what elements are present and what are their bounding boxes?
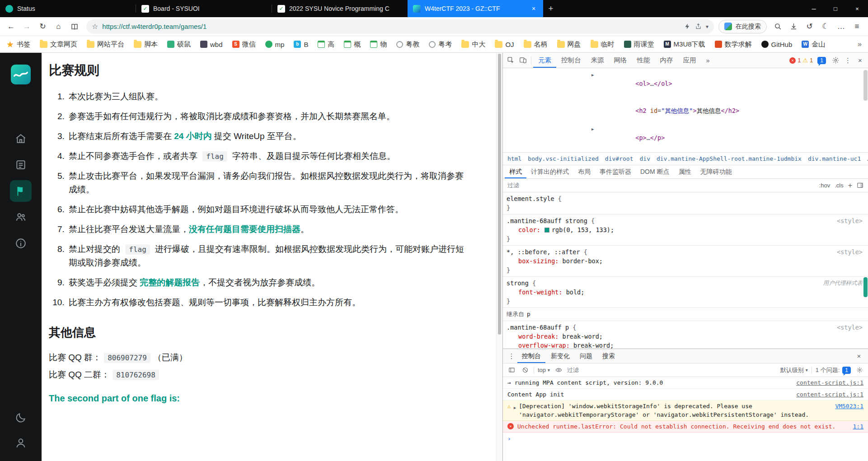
bookmark-item[interactable]: 粤考: [429, 40, 452, 49]
error-warning-counter[interactable]: × 1 ⚠ 1: [787, 57, 816, 64]
bookmark-item[interactable]: 物: [370, 40, 387, 49]
scrollbar-thumb[interactable]: [863, 70, 868, 101]
close-devtools-icon[interactable]: ×: [854, 54, 866, 66]
stylesheet-origin-link[interactable]: <style>: [837, 323, 863, 332]
live-expression-icon[interactable]: [554, 365, 563, 375]
favorite-star-icon[interactable]: ☆: [92, 22, 98, 31]
issues-tab[interactable]: 问题: [575, 349, 597, 363]
bookmark-item[interactable]: 概: [344, 40, 361, 49]
source-link[interactable]: content-script.js:1: [796, 378, 863, 387]
devtools-menu-icon[interactable]: ⋮: [842, 54, 854, 66]
styles-scrollbar[interactable]: [863, 192, 868, 349]
css-property[interactable]: color: rgb(0, 153, 133);: [507, 225, 864, 234]
tab-sysu-novice[interactable]: ✓ 2022 SYSU Novice Programming C: [272, 0, 408, 17]
inspect-element-icon[interactable]: [505, 54, 517, 66]
minimize-button[interactable]: ─: [803, 0, 825, 17]
bookmark-item[interactable]: 金山: [802, 40, 825, 49]
bookmark-item[interactable]: 网站平台: [87, 40, 124, 49]
expand-arrow-icon[interactable]: ▶: [591, 70, 594, 79]
share-icon[interactable]: [695, 23, 702, 30]
tab-properties[interactable]: 属性: [674, 165, 696, 178]
breadcrumb-item[interactable]: body.vsc-initialized: [528, 155, 599, 162]
tab-board-sysuoi[interactable]: ✓ Board - SYSUOI: [136, 0, 272, 17]
breadcrumb-item[interactable]: html: [507, 155, 521, 162]
tab-w4terctf[interactable]: W4terCTF 2023 - GZ::CTF ×: [408, 0, 543, 17]
bookmark-item[interactable]: 高: [318, 40, 334, 49]
new-tab-button[interactable]: +: [543, 0, 558, 17]
toggle-hover-state-button[interactable]: :hov: [819, 182, 830, 189]
tab-performance[interactable]: 性能: [632, 53, 655, 68]
tab-dom-breakpoints[interactable]: DOM 断点: [636, 165, 674, 178]
tab-status[interactable]: Status: [0, 0, 136, 17]
log-level-selector[interactable]: 默认级别▾: [780, 366, 808, 374]
dom-node-ol[interactable]: ▶<ol>…</ol>: [503, 70, 868, 97]
drawer-menu-icon[interactable]: ⋮: [507, 352, 516, 360]
bookmark-item[interactable]: 微信: [232, 40, 256, 49]
chevron-down-icon[interactable]: ▾: [706, 23, 708, 30]
whats-new-tab[interactable]: 新变化: [546, 349, 574, 363]
tab-event-listeners[interactable]: 事件监听器: [595, 165, 636, 178]
dom-node-h2[interactable]: <h2 id="其他信息">其他信息</h2>: [503, 97, 868, 124]
home-button[interactable]: ⌂: [51, 19, 66, 34]
styles-filter-input[interactable]: [507, 182, 815, 189]
bookmark-item[interactable]: 雨课堂: [624, 40, 654, 49]
issues-counter[interactable]: 1 个问题:1: [816, 366, 851, 374]
close-window-button[interactable]: ×: [846, 0, 868, 17]
source-link[interactable]: content-script.js:1: [796, 390, 863, 399]
bookmark-item[interactable]: 数学求解: [715, 40, 752, 49]
sidebar-item-about[interactable]: [10, 233, 32, 254]
bookmark-item[interactable]: mp: [265, 41, 285, 48]
stylesheet-origin-link[interactable]: <style>: [837, 216, 863, 225]
css-rule-strong-color[interactable]: <style> .mantine-68auff strong { color: …: [503, 214, 868, 246]
css-rule-user-agent-strong[interactable]: 用户代理样式表 strong { font-weight: bold; }: [503, 277, 868, 308]
address-bar[interactable]: ☆ ▾: [86, 19, 714, 34]
computed-panel-toggle-icon[interactable]: [857, 182, 863, 189]
source-link[interactable]: VM5023:1: [835, 402, 863, 410]
source-link[interactable]: 1:1: [853, 422, 863, 431]
elements-tree[interactable]: ▶<ol>…</ol> <h2 id="其他信息">其他信息</h2> ▶<p>…: [503, 68, 868, 152]
css-rule-element-style[interactable]: element.style { }: [503, 192, 868, 214]
inherited-element-link[interactable]: p: [527, 310, 530, 319]
messages-badge[interactable]: 1: [817, 57, 826, 64]
close-drawer-icon[interactable]: ×: [854, 352, 864, 360]
breadcrumb-item[interactable]: div.mantine-uc1: [808, 155, 861, 162]
scrollbar-thumb[interactable]: [498, 54, 501, 335]
page-scrollbar[interactable]: [496, 53, 502, 461]
history-button[interactable]: ↺: [802, 19, 817, 34]
tab-sources[interactable]: 来源: [586, 53, 609, 68]
css-rule-box-sizing[interactable]: <style> *, ::before, ::after { box-sizin…: [503, 246, 868, 277]
clear-console-icon[interactable]: [520, 365, 530, 375]
console-settings-icon[interactable]: [854, 365, 864, 375]
breadcrumb-item[interactable]: div: [639, 155, 650, 162]
stylesheet-origin-link[interactable]: <style>: [837, 247, 863, 256]
color-swatch[interactable]: [544, 228, 549, 233]
forward-button[interactable]: →: [19, 19, 34, 34]
expand-arrow-icon[interactable]: ▶: [591, 125, 594, 134]
sidebar-item-posts[interactable]: [10, 154, 32, 176]
css-rule-p-wordbreak[interactable]: <style> .mantine-68auff p { word-break: …: [503, 321, 868, 349]
menu-button[interactable]: ≡: [849, 19, 864, 34]
tab-accessibility[interactable]: 无障碍功能: [696, 165, 737, 178]
breadcrumb-item[interactable]: div.mantine-AppShell-root.mantine-1udmbi…: [657, 155, 802, 162]
refresh-button[interactable]: ↻: [35, 19, 50, 34]
search-tab[interactable]: 搜索: [598, 349, 619, 363]
theme-toggle-button[interactable]: [10, 407, 32, 428]
bookmarks-overflow-icon[interactable]: »: [858, 40, 862, 48]
dark-mode-button[interactable]: ☾: [818, 19, 833, 34]
tab-computed[interactable]: 计算出的样式: [526, 165, 573, 178]
console-prompt[interactable]: ›: [503, 433, 868, 445]
dom-node-p-expanded[interactable]: ▼<p>: [503, 151, 868, 152]
elements-scrollbar[interactable]: [863, 70, 868, 151]
device-toolbar-icon[interactable]: [517, 54, 529, 66]
sidebar-item-games[interactable]: [10, 180, 32, 202]
bookmark-item[interactable]: 脚本: [134, 40, 158, 49]
css-property[interactable]: box-sizing: border-box;: [507, 256, 864, 265]
console-tab[interactable]: 控制台: [517, 349, 545, 363]
scrollbar-thumb[interactable]: [863, 277, 868, 297]
sidebar-item-home[interactable]: [10, 128, 32, 149]
bookmark-item[interactable]: 硕鼠: [167, 40, 191, 49]
tab-network[interactable]: 网络: [609, 53, 632, 68]
maximize-button[interactable]: □: [825, 0, 846, 17]
url-input[interactable]: [102, 23, 680, 30]
tab-memory[interactable]: 内存: [655, 53, 678, 68]
